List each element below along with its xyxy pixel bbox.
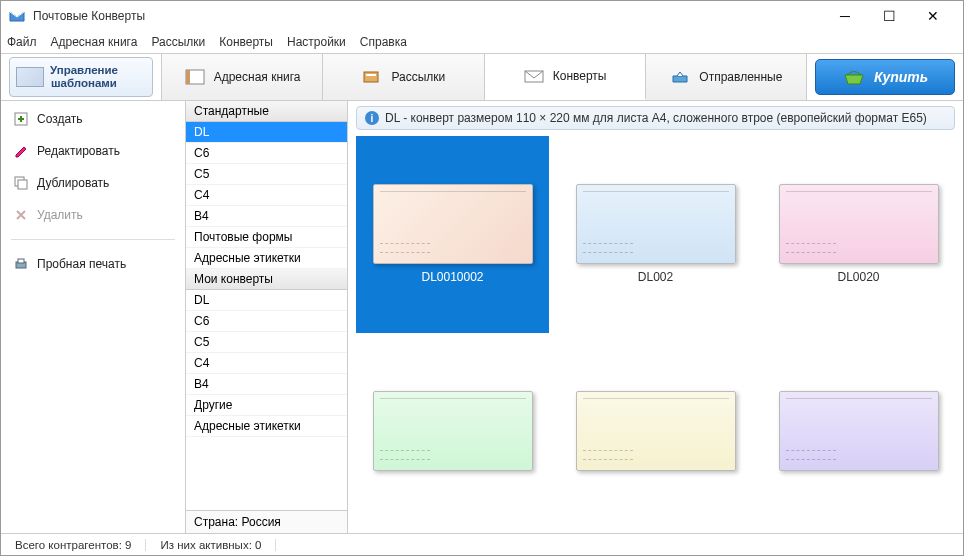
main-panel: i DL - конверт размером 110 × 220 мм для…	[348, 101, 963, 533]
country-footer: Страна: Россия	[186, 511, 347, 533]
gallery-item[interactable]: DL0020	[762, 136, 955, 333]
gallery-label: DL0020	[837, 270, 879, 284]
menu-envelopes[interactable]: Конверты	[219, 35, 273, 49]
menu-addressbook[interactable]: Адресная книга	[51, 35, 138, 49]
sidebar-edit[interactable]: Редактировать	[11, 139, 175, 163]
minimize-button[interactable]: ─	[823, 1, 867, 31]
gallery-item[interactable]: DL0010002	[356, 136, 549, 333]
svg-rect-3	[366, 74, 376, 76]
maximize-button[interactable]: ☐	[867, 1, 911, 31]
sidebar-separator	[11, 239, 175, 240]
tab-addressbook[interactable]: Адресная книга	[162, 54, 323, 100]
gallery-label: DL002	[638, 270, 673, 284]
category-item[interactable]: C5	[186, 332, 347, 353]
status-value: 9	[125, 539, 131, 551]
country-value: Россия	[242, 515, 281, 529]
sidebar-duplicate[interactable]: Дублировать	[11, 171, 175, 195]
manage-templates-label: Управление шаблонами	[50, 64, 118, 90]
info-icon: i	[365, 111, 379, 125]
sidebar-create[interactable]: Создать	[11, 107, 175, 131]
envelope-thumb	[373, 391, 533, 471]
menu-settings[interactable]: Настройки	[287, 35, 346, 49]
category-item[interactable]: C5	[186, 164, 347, 185]
category-item[interactable]: B4	[186, 206, 347, 227]
category-item[interactable]: C4	[186, 185, 347, 206]
category-item[interactable]: B4	[186, 374, 347, 395]
buy-button[interactable]: Купить	[815, 59, 955, 95]
category-item[interactable]: Адресные этикетки	[186, 416, 347, 437]
close-button[interactable]: ✕	[911, 1, 955, 31]
sidebar-testprint[interactable]: Пробная печать	[11, 252, 175, 276]
svg-rect-9	[18, 259, 24, 263]
tab-envelopes[interactable]: Конверты	[485, 54, 646, 100]
toolbar-tabs: Адресная книга Рассылки Конверты Отправл…	[161, 54, 807, 100]
duplicate-icon	[13, 175, 29, 191]
template-line2: шаблонами	[51, 77, 117, 89]
status-label: Из них активных:	[160, 539, 251, 551]
category-item[interactable]: DL	[186, 290, 347, 311]
envelope-icon	[16, 67, 44, 87]
outbox-icon	[669, 68, 691, 86]
delete-icon	[13, 207, 29, 223]
print-icon	[13, 256, 29, 272]
mailbox-icon	[361, 68, 383, 86]
menu-help[interactable]: Справка	[360, 35, 407, 49]
sidebar-label: Удалить	[37, 208, 83, 222]
manage-templates-button[interactable]: Управление шаблонами	[9, 57, 153, 97]
status-total: Всего контрагентов: 9	[1, 539, 146, 551]
toolbar: Управление шаблонами Адресная книга Расс…	[1, 53, 963, 101]
buy-label: Купить	[874, 69, 928, 85]
info-text: DL - конверт размером 110 × 220 мм для л…	[385, 111, 927, 125]
category-item[interactable]: C6	[186, 143, 347, 164]
content: Создать Редактировать Дублировать Удалит…	[1, 101, 963, 533]
svg-rect-1	[186, 70, 190, 84]
sidebar-delete: Удалить	[11, 203, 175, 227]
category-list[interactable]: Стандартные DL C6 C5 C4 B4 Почтовые форм…	[186, 101, 347, 511]
sidebar-label: Пробная печать	[37, 257, 126, 271]
menu-file[interactable]: Файл	[7, 35, 37, 49]
sidebar-label: Дублировать	[37, 176, 109, 190]
gallery-item[interactable]: DL002	[559, 136, 752, 333]
category-item[interactable]: Другие	[186, 395, 347, 416]
sidebar-label: Создать	[37, 112, 83, 126]
tab-label: Отправленные	[699, 70, 782, 84]
tab-sent[interactable]: Отправленные	[646, 54, 807, 100]
category-item[interactable]: DL	[186, 122, 347, 143]
category-item[interactable]: Адресные этикетки	[186, 248, 347, 269]
app-icon	[9, 8, 25, 24]
gallery-item[interactable]	[762, 343, 955, 526]
window-title: Почтовые Конверты	[33, 9, 823, 23]
gallery-item[interactable]	[356, 343, 549, 526]
envelope-thumb	[779, 391, 939, 471]
edit-icon	[13, 143, 29, 159]
status-label: Всего контрагентов:	[15, 539, 122, 551]
gallery-item[interactable]	[559, 343, 752, 526]
template-line1: Управление	[50, 64, 118, 76]
envelope-thumb	[779, 184, 939, 264]
info-bar: i DL - конверт размером 110 × 220 мм для…	[356, 106, 955, 130]
gallery-label: DL0010002	[421, 270, 483, 284]
category-header-standard[interactable]: Стандартные	[186, 101, 347, 122]
svg-rect-7	[18, 180, 27, 189]
sidebar-label: Редактировать	[37, 144, 120, 158]
category-item[interactable]: Почтовые формы	[186, 227, 347, 248]
app-window: Почтовые Конверты ─ ☐ ✕ Файл Адресная кн…	[0, 0, 964, 556]
envelope-gallery: DL0010002 DL002 DL0020	[348, 134, 963, 533]
tab-label: Конверты	[553, 69, 607, 83]
category-header-mine[interactable]: Мои конверты	[186, 269, 347, 290]
status-active: Из них активных: 0	[146, 539, 276, 551]
titlebar: Почтовые Конверты ─ ☐ ✕	[1, 1, 963, 31]
envelope-thumb	[576, 184, 736, 264]
envelope-thumb	[373, 184, 533, 264]
menubar: Файл Адресная книга Рассылки Конверты На…	[1, 31, 963, 53]
tab-label: Адресная книга	[214, 70, 301, 84]
tab-label: Рассылки	[391, 70, 445, 84]
category-item[interactable]: C4	[186, 353, 347, 374]
create-icon	[13, 111, 29, 127]
basket-icon	[842, 68, 866, 86]
menu-mailing[interactable]: Рассылки	[151, 35, 205, 49]
country-label: Страна:	[194, 515, 238, 529]
category-item[interactable]: C6	[186, 311, 347, 332]
tab-mailing[interactable]: Рассылки	[323, 54, 484, 100]
status-value: 0	[255, 539, 261, 551]
